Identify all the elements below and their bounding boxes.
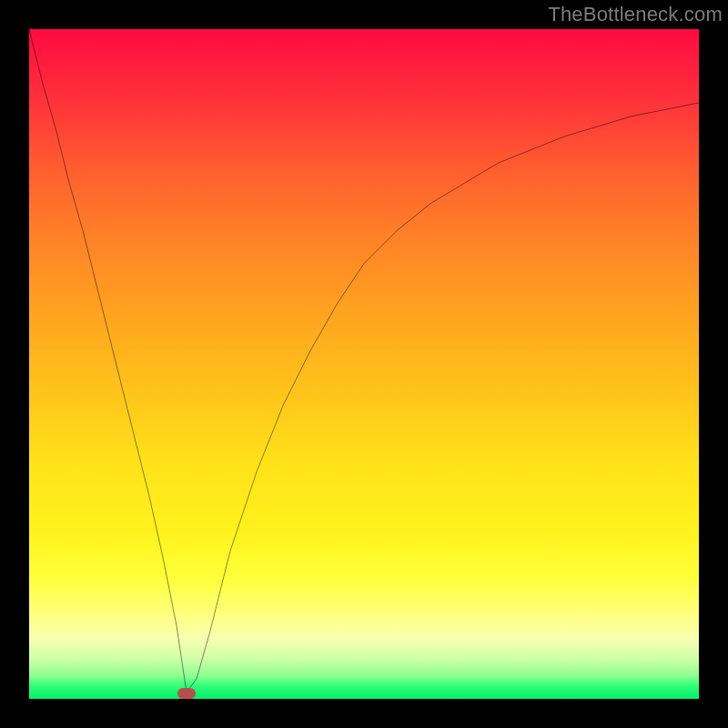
curve-path xyxy=(29,29,699,693)
bottleneck-curve xyxy=(29,29,699,699)
watermark-text: TheBottleneck.com xyxy=(548,0,723,29)
plot-area xyxy=(29,29,699,699)
chart-frame: TheBottleneck.com xyxy=(0,0,728,728)
optimum-marker xyxy=(177,688,196,699)
